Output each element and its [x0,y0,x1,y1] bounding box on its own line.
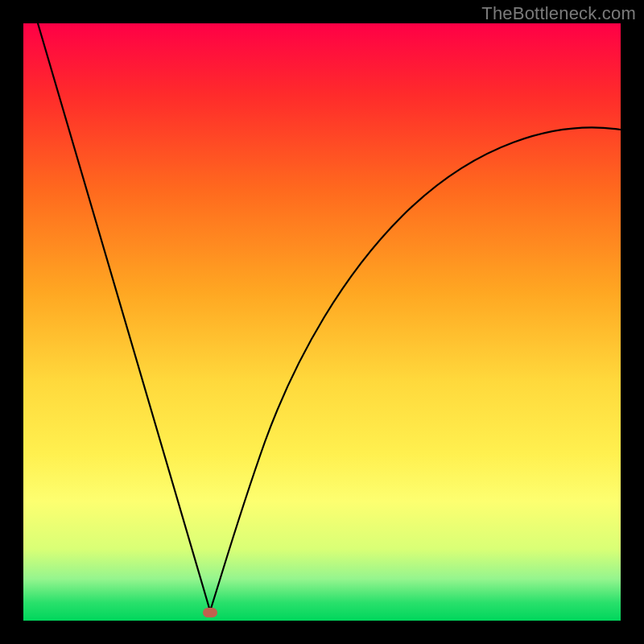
bottleneck-curve [23,23,621,621]
curve-left-branch [38,23,210,611]
watermark-text: TheBottleneck.com [481,3,636,24]
plot-area [23,23,621,621]
curve-right-branch [210,127,621,611]
minimum-marker [203,608,217,617]
